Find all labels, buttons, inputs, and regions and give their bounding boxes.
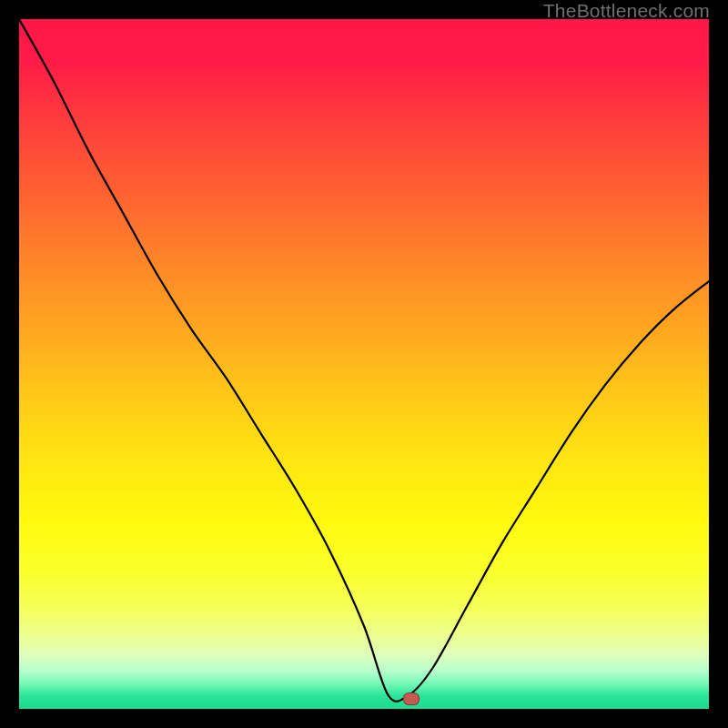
bottleneck-curve bbox=[19, 19, 709, 709]
optimal-marker bbox=[403, 693, 420, 705]
watermark-text: TheBottleneck.com bbox=[543, 0, 710, 22]
plot-area bbox=[19, 19, 709, 709]
chart-frame: TheBottleneck.com bbox=[0, 0, 728, 728]
